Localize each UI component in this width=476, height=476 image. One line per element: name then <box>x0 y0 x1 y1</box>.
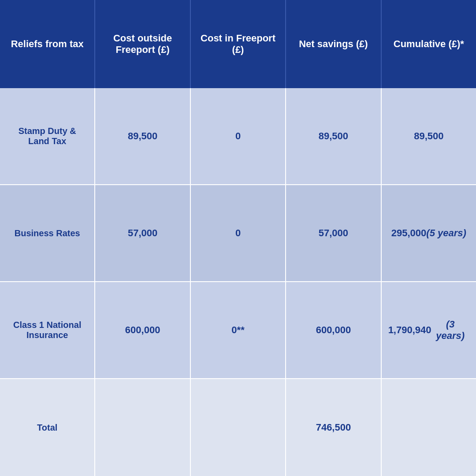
header-reliefs: Reliefs from tax <box>0 0 95 88</box>
row2-cost-in: 0 <box>191 185 286 282</box>
header-cumulative: Cumulative (£)* <box>382 0 476 88</box>
row1-label: Stamp Duty & Land Tax <box>0 88 95 185</box>
header-net-savings: Net savings (£) <box>286 0 381 88</box>
header-cost-in: Cost in Freeport (£) <box>191 0 286 88</box>
total-net-savings: 746,500 <box>286 379 381 476</box>
table-row: Business Rates 57,000 0 57,000 295,000 (… <box>0 185 476 282</box>
row1-cumulative: 89,500 <box>382 88 476 185</box>
table-row: Stamp Duty & Land Tax 89,500 0 89,500 89… <box>0 88 476 185</box>
row3-label: Class 1 National Insurance <box>0 282 95 379</box>
header-cost-outside: Cost outside Freeport (£) <box>95 0 190 88</box>
total-row: Total 746,500 <box>0 379 476 476</box>
total-cost-in <box>191 379 286 476</box>
table-header: Reliefs from tax Cost outside Freeport (… <box>0 0 476 88</box>
row2-net-savings: 57,000 <box>286 185 381 282</box>
row2-cumulative: 295,000 (5 years) <box>382 185 476 282</box>
table-row: Class 1 National Insurance 600,000 0** 6… <box>0 282 476 379</box>
total-cumulative <box>382 379 476 476</box>
row3-cost-in: 0** <box>191 282 286 379</box>
row1-cost-outside: 89,500 <box>95 88 190 185</box>
row3-cumulative: 1,790,940 (3 years) <box>382 282 476 379</box>
row2-cost-outside: 57,000 <box>95 185 190 282</box>
row3-net-savings: 600,000 <box>286 282 381 379</box>
main-table: Reliefs from tax Cost outside Freeport (… <box>0 0 476 476</box>
row1-net-savings: 89,500 <box>286 88 381 185</box>
row2-label: Business Rates <box>0 185 95 282</box>
total-cost-outside <box>95 379 190 476</box>
row1-cost-in: 0 <box>191 88 286 185</box>
total-label: Total <box>0 379 95 476</box>
row3-cost-outside: 600,000 <box>95 282 190 379</box>
table-body: Stamp Duty & Land Tax 89,500 0 89,500 89… <box>0 88 476 476</box>
